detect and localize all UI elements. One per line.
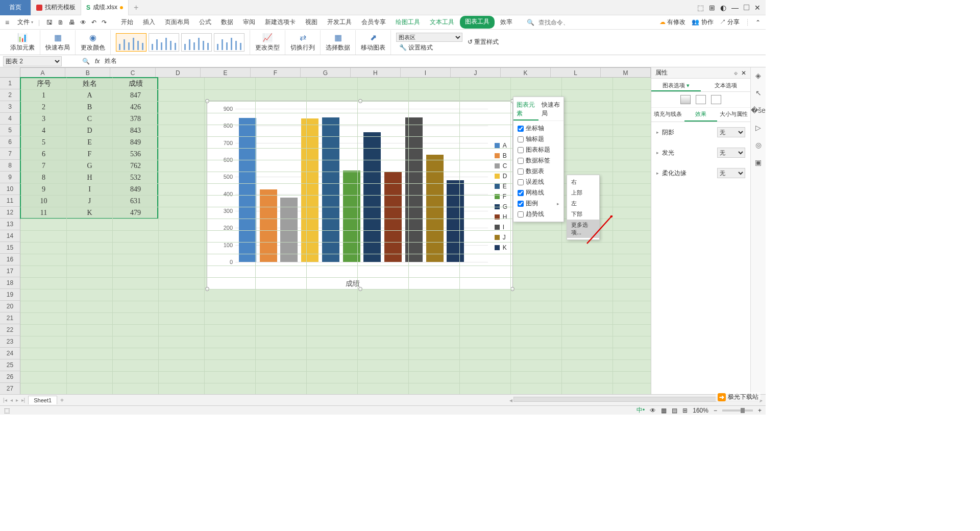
tab-chart[interactable]: 图表工具: [460, 16, 495, 29]
col-header[interactable]: B: [65, 68, 110, 77]
table-cell[interactable]: K: [67, 207, 113, 219]
chart-bar[interactable]: [384, 172, 402, 262]
col-header[interactable]: C: [110, 68, 155, 77]
row-header[interactable]: 18: [0, 277, 20, 289]
row-header[interactable]: 12: [0, 207, 20, 219]
table-cell[interactable]: 843: [113, 125, 159, 137]
row-header[interactable]: 17: [0, 266, 20, 277]
row-headers[interactable]: 1234567891011121314151617181920212223242…: [0, 78, 20, 394]
eye-icon[interactable]: 👁: [650, 407, 656, 414]
rtool-play-icon[interactable]: ▷: [755, 124, 761, 132]
select-all-corner[interactable]: [0, 67, 20, 78]
subtab-fill[interactable]: 填充与线条: [651, 108, 684, 122]
preview-icon[interactable]: 👁: [80, 19, 86, 26]
rtool-select-icon[interactable]: ↖: [755, 89, 762, 97]
effect-icon[interactable]: [696, 95, 706, 104]
row-header[interactable]: 5: [0, 125, 20, 136]
row-header[interactable]: 9: [0, 172, 20, 183]
reset-link[interactable]: ↺ 重置样式: [468, 38, 499, 46]
chart-area-combo[interactable]: 图表区: [396, 33, 462, 42]
tab-review[interactable]: 审阅: [239, 16, 259, 29]
chart-bar[interactable]: [239, 118, 256, 262]
sheet-nav-next[interactable]: ▸: [16, 397, 18, 403]
table-cell[interactable]: 378: [113, 113, 159, 125]
table-cell[interactable]: 631: [113, 196, 159, 207]
table-cell[interactable]: 6: [21, 149, 67, 160]
maximize-icon[interactable]: [744, 4, 749, 12]
tab-add[interactable]: +: [129, 3, 143, 12]
rtool-diamond-icon[interactable]: ◈: [755, 71, 761, 80]
tab-home[interactable]: 首页: [0, 0, 31, 15]
sheet-area[interactable]: ABCDEFGHIJKLM 12345678910111213141516171…: [0, 67, 651, 394]
table-cell[interactable]: 532: [113, 172, 159, 184]
row-header[interactable]: 19: [0, 289, 20, 301]
size-icon[interactable]: [711, 95, 721, 104]
table-cell[interactable]: 1: [21, 90, 67, 102]
coop-button[interactable]: 👥 协作: [692, 18, 713, 27]
view-page-icon[interactable]: ▤: [672, 407, 677, 414]
change-color-button[interactable]: ◉更改颜色: [76, 30, 111, 55]
search-icon[interactable]: 🔍: [527, 19, 534, 26]
col-header[interactable]: I: [401, 68, 451, 77]
row-header[interactable]: 1: [0, 78, 20, 89]
legend-item[interactable]: K: [495, 244, 507, 251]
col-header[interactable]: D: [156, 68, 201, 77]
row-header[interactable]: 25: [0, 359, 20, 371]
fill-icon[interactable]: [680, 95, 691, 104]
redo-icon[interactable]: ↷: [102, 19, 107, 26]
row-header[interactable]: 20: [0, 301, 20, 312]
row-header[interactable]: 8: [0, 160, 20, 172]
swap-rowcol-button[interactable]: ⇄切换行列: [285, 30, 321, 55]
table-cell[interactable]: 849: [113, 137, 159, 149]
chart-element-checkbox[interactable]: 轴标题: [513, 134, 564, 144]
file-menu[interactable]: 文件: [15, 18, 36, 27]
panel-close-icon[interactable]: ✕: [741, 69, 746, 77]
table-cell[interactable]: 426: [113, 102, 159, 113]
table-cell[interactable]: 3: [21, 113, 67, 125]
soft-select[interactable]: 无: [717, 168, 745, 178]
row-header[interactable]: 16: [0, 254, 20, 266]
table-cell[interactable]: 8: [21, 172, 67, 184]
tab-file[interactable]: S成绩.xlsx: [81, 0, 129, 15]
legend-item[interactable]: C: [495, 162, 507, 170]
col-header[interactable]: F: [251, 68, 301, 77]
chart-element-checkbox[interactable]: 网格线: [513, 187, 564, 198]
popup-tab-elements[interactable]: 图表元素: [513, 99, 538, 120]
name-box[interactable]: 图表 2: [3, 56, 62, 66]
sheet-nav-first[interactable]: |◂: [3, 397, 7, 403]
table-header-cell[interactable]: 姓名: [67, 78, 113, 90]
legend-pos-item[interactable]: 上部: [567, 187, 599, 198]
tab-vip[interactable]: 会员专享: [357, 16, 390, 29]
share-button[interactable]: ↗ 分享: [720, 18, 740, 27]
chart-element-checkbox[interactable]: 数据表: [513, 166, 564, 177]
tab-draw[interactable]: 绘图工具: [391, 16, 424, 29]
table-cell[interactable]: F: [67, 149, 113, 160]
table-cell[interactable]: J: [67, 196, 113, 207]
chart-element-checkbox[interactable]: 图表标题: [513, 144, 564, 155]
sheet-nav-prev[interactable]: ◂: [10, 397, 13, 403]
close-icon[interactable]: ✕: [754, 4, 761, 12]
row-header[interactable]: 22: [0, 324, 20, 336]
table-cell[interactable]: B: [67, 102, 113, 113]
row-header[interactable]: 4: [0, 113, 20, 125]
rtool-target-icon[interactable]: ◎: [755, 141, 762, 149]
formula-input[interactable]: [105, 58, 207, 65]
row-header[interactable]: 26: [0, 371, 20, 383]
col-header[interactable]: L: [551, 68, 601, 77]
chart-element-checkbox[interactable]: 坐标轴: [513, 123, 564, 134]
table-cell[interactable]: 10: [21, 196, 67, 207]
popup-tab-layout[interactable]: 快速布局: [538, 99, 564, 120]
prop-shadow[interactable]: ▸阴影无: [651, 122, 750, 142]
table-cell[interactable]: C: [67, 113, 113, 125]
view-normal-icon[interactable]: ▦: [661, 407, 667, 414]
zoom-value[interactable]: 160%: [693, 407, 708, 414]
select-data-button[interactable]: ▦选择数据: [321, 30, 356, 55]
rtool-settings-icon[interactable]: �še: [751, 106, 766, 114]
glow-select[interactable]: 无: [717, 148, 745, 158]
legend-pos-item[interactable]: 左: [567, 198, 599, 209]
table-header-cell[interactable]: 成绩: [113, 78, 159, 90]
tab-templates[interactable]: 找稻壳模板: [31, 0, 81, 15]
table-cell[interactable]: 4: [21, 125, 67, 137]
col-header[interactable]: E: [201, 68, 251, 77]
style-thumb-4[interactable]: [214, 33, 244, 52]
